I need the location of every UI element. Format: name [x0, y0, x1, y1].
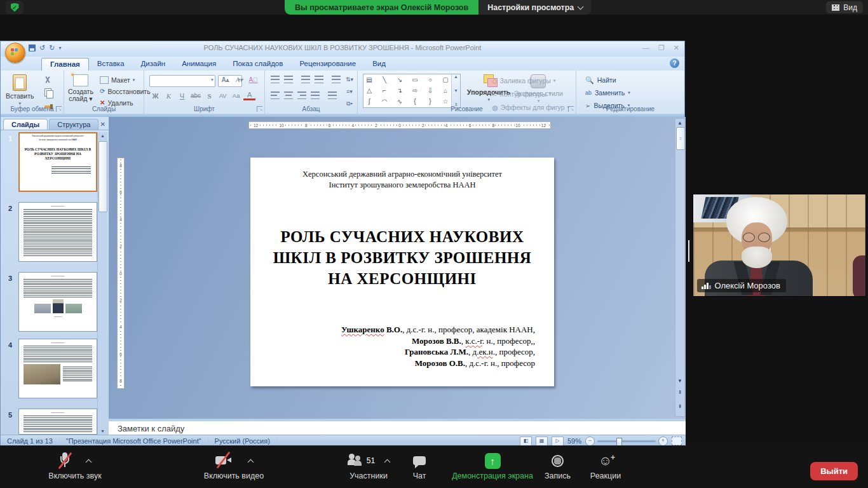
align-left-icon[interactable]: [270, 91, 280, 100]
redo-icon[interactable]: ↻: [49, 43, 55, 52]
ribbon-tab[interactable]: Вставка: [89, 58, 133, 71]
fit-to-window-icon[interactable]: [672, 437, 682, 445]
share-screen-button[interactable]: ↑ Демонстрация экрана: [448, 452, 537, 480]
ribbon-tab[interactable]: Главная: [41, 58, 89, 71]
start-video-button[interactable]: Включить видео: [164, 452, 304, 480]
next-slide-icon[interactable]: ⇟: [676, 403, 684, 409]
bullets-icon[interactable]: [270, 75, 280, 84]
view-settings-button[interactable]: Настройки просмотра: [478, 0, 592, 15]
ribbon-tab[interactable]: Показ слайдов: [224, 58, 291, 71]
slide-thumbnail-3[interactable]: ――――――― ――――: [18, 272, 97, 332]
title-bar[interactable]: РОЛЬ СУЧАСНИХ НАУКОВИХ ШКІЛ В РОЗВИТКУ З…: [1, 41, 684, 57]
audio-options-chevron-icon[interactable]: [85, 459, 92, 465]
dialog-launcher-icon[interactable]: ↘: [257, 106, 262, 112]
previous-slide-icon[interactable]: ⇞: [676, 390, 684, 395]
reactions-button[interactable]: ☺+ Реакции: [583, 452, 628, 480]
shape-icon[interactable]: ○: [426, 76, 435, 85]
office-button[interactable]: [5, 43, 25, 63]
undo-icon[interactable]: ↺: [39, 43, 45, 52]
decrease-indent-icon[interactable]: [301, 75, 311, 84]
align-center-icon[interactable]: [283, 91, 294, 100]
zoom-in-icon[interactable]: +: [658, 437, 668, 446]
clear-formatting-icon[interactable]: A⃠: [247, 75, 259, 85]
main-scrollbar[interactable]: ▲ ≡ ▼ ⇞ ⇟: [675, 118, 685, 417]
shape-icon[interactable]: △: [365, 86, 374, 95]
tab-outline[interactable]: Структура: [49, 119, 98, 130]
video-options-chevron-icon[interactable]: [247, 459, 254, 465]
chat-button[interactable]: Чат: [403, 452, 435, 480]
close-panel-icon[interactable]: ✕: [100, 121, 105, 130]
shape-icon[interactable]: ▭: [410, 76, 419, 85]
align-right-icon[interactable]: [297, 91, 307, 100]
scroll-up-icon[interactable]: ▲: [676, 120, 684, 126]
shape-icon[interactable]: ▤: [365, 76, 374, 85]
cut-icon[interactable]: [43, 76, 53, 85]
notes-pane[interactable]: Заметки к слайду: [109, 419, 686, 435]
record-button[interactable]: Запись: [540, 452, 575, 480]
shapes-gallery-scrollbar[interactable]: ▲▼⊼: [451, 74, 460, 107]
view-button[interactable]: Вид: [826, 1, 863, 13]
shape-icon[interactable]: ʃ: [365, 97, 374, 106]
tab-slides[interactable]: Слайды: [3, 119, 48, 130]
video-panel-handle[interactable]: [688, 240, 689, 262]
normal-view-button[interactable]: ◧: [520, 437, 532, 446]
align-text-icon[interactable]: ≡▾: [344, 87, 355, 96]
shape-fill-button[interactable]: ◇Заливка фигуры▾: [492, 76, 556, 85]
restore-button[interactable]: ❐: [658, 43, 665, 52]
shape-icon[interactable]: ◠: [380, 97, 389, 106]
new-slide-button[interactable]: ✶ Создать слайд ▾: [68, 74, 93, 102]
font-style-button[interactable]: abc: [189, 91, 202, 100]
participants-chevron-icon[interactable]: [384, 459, 391, 465]
customize-qat-icon[interactable]: ▾: [58, 45, 61, 51]
scroll-down-icon[interactable]: ▼: [676, 378, 684, 384]
participant-video-tile[interactable]: Олексій Морозов: [693, 194, 866, 297]
slide-thumbnail-1[interactable]: Херсонський державний аграрно-економічни…: [18, 132, 97, 192]
columns-icon[interactable]: [327, 91, 337, 100]
shape-icon[interactable]: ⇨: [410, 86, 419, 95]
shape-icon[interactable]: {: [410, 97, 419, 106]
ribbon-tab[interactable]: Вид: [364, 58, 394, 71]
shape-icon[interactable]: ⇩: [426, 86, 435, 95]
font-style-button[interactable]: A: [243, 91, 255, 100]
find-button[interactable]: 🔍Найти: [585, 75, 630, 85]
ribbon-tab[interactable]: Дизайн: [133, 58, 174, 71]
slide-thumbnail-4[interactable]: ―――――――: [18, 339, 97, 398]
font-style-button[interactable]: S: [203, 91, 215, 100]
dialog-launcher-icon[interactable]: ↘: [56, 106, 62, 112]
line-spacing-icon[interactable]: [331, 75, 341, 84]
reset-button[interactable]: ⟳Восстановить: [100, 86, 151, 96]
shape-icon[interactable]: ☆: [441, 97, 450, 106]
zoom-slider-track[interactable]: [597, 440, 656, 442]
slide-sorter-button[interactable]: ▦: [536, 437, 548, 446]
text-direction-icon[interactable]: ⇅▾: [344, 75, 355, 84]
justify-icon[interactable]: [310, 91, 320, 100]
help-icon[interactable]: ?: [670, 58, 679, 68]
slide-thumbnail-5[interactable]: ―――――――: [18, 409, 97, 435]
replace-button[interactable]: abЗаменить▾: [585, 88, 630, 98]
participants-button[interactable]: 51 Участники: [330, 452, 407, 480]
shape-icon[interactable]: ▢: [441, 76, 450, 85]
shapes-gallery[interactable]: ▤╲↘▭○▢ △⌐↴⇨⇩⌂ ʃ◠∿{}☆ ▲▼⊼: [363, 74, 461, 108]
close-button[interactable]: ✕: [674, 43, 679, 52]
shrink-font-icon[interactable]: A▾: [233, 75, 245, 85]
shape-icon[interactable]: ∿: [395, 97, 404, 106]
leave-button[interactable]: Выйти: [810, 462, 858, 480]
main-scrollbar-thumb[interactable]: ≡: [676, 127, 685, 150]
shape-icon[interactable]: ↴: [395, 86, 404, 95]
grow-font-icon[interactable]: A▴: [219, 75, 231, 85]
shape-outline-button[interactable]: ▱Контур фигуры▾: [492, 89, 552, 98]
language-indicator[interactable]: Русский (Россия): [208, 437, 277, 445]
scroll-down-icon[interactable]: ▼: [99, 429, 106, 433]
paste-button[interactable]: Вставить ▾: [6, 74, 34, 106]
slide-thumbnail-2[interactable]: ―――――――: [18, 202, 97, 262]
font-style-button[interactable]: Ж: [149, 91, 161, 100]
shape-icon[interactable]: ⌐: [380, 86, 389, 95]
font-style-button[interactable]: К: [163, 91, 175, 100]
shape-icon[interactable]: ⌂: [441, 86, 450, 95]
font-name-combo[interactable]: [149, 75, 215, 87]
zoom-slider[interactable]: − +: [585, 437, 668, 446]
ribbon-tab[interactable]: Анимация: [173, 58, 224, 71]
security-shield-icon[interactable]: ✓: [6, 1, 24, 14]
scroll-up-icon[interactable]: ▲: [99, 133, 106, 138]
shape-icon[interactable]: ╲: [380, 76, 389, 85]
